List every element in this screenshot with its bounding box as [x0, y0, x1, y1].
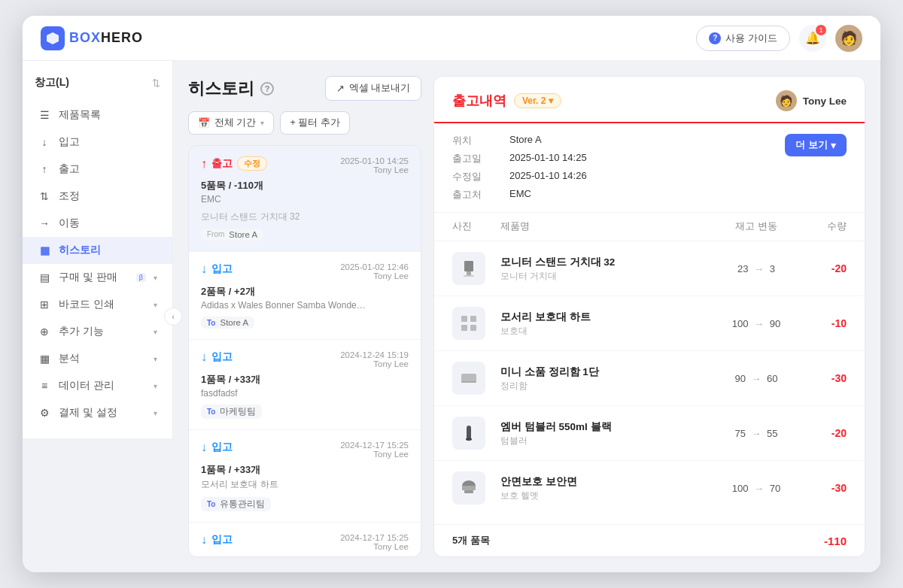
name-2: Adidas x Wales Bonner Samba Wonder Clay … [201, 300, 366, 311]
product-img-3 [452, 362, 485, 395]
svg-rect-4 [461, 316, 467, 322]
sidebar-item-sales[interactable]: ▤ 구매 및 판매 β ▾ [23, 264, 172, 291]
sidebar-item-outbound[interactable]: ↑ 출고 [23, 156, 172, 183]
sidebar-item-history[interactable]: ▦ 히스토리 [23, 237, 172, 264]
sidebar-item-barcode[interactable]: ⊞ 바코드 인쇄 ▾ [23, 291, 172, 318]
period-filter-button[interactable]: 📅 전체 기간 ▾ [188, 111, 274, 135]
qty-2: -10 [801, 317, 847, 329]
detail-table: 모니터 스탠드 거치대 32 모니터 거치대 23 → 3 -20 [434, 241, 865, 524]
export-button[interactable]: ↗ 엑셀 내보내기 [325, 76, 421, 101]
detail-user-avatar: 🧑 [776, 90, 797, 111]
chevron-down-icon-version: ▾ [549, 95, 553, 106]
svg-rect-13 [462, 486, 476, 490]
history-item-4[interactable]: ↓ 입고 2024-12-17 15:25 Tony Lee 1품목 / +33… [189, 430, 421, 523]
svg-rect-5 [470, 316, 476, 322]
version-badge[interactable]: Ver. 2 ▾ [514, 93, 561, 108]
sidebar-header: 창고(L) ⇅ [23, 73, 172, 102]
sales-icon: ▤ [38, 271, 51, 283]
chevron-down-icon-6: ▾ [154, 409, 157, 417]
chevron-icon: ▾ [260, 119, 264, 127]
more-button[interactable]: 더 보기 ▾ [785, 134, 847, 156]
qty-4: -20 [801, 427, 847, 439]
content: 히스토리 ? ↗ 엑셀 내보내기 📅 전체 기간 ▾ [173, 61, 880, 572]
summary-2: 2품목 / +2개 [201, 285, 409, 299]
inbound-icon: ↓ [38, 136, 51, 148]
stock-change-4: 75 → 55 [711, 428, 801, 439]
svg-rect-9 [461, 381, 476, 383]
svg-point-11 [466, 438, 472, 441]
sidebar-item-settings[interactable]: ⚙ 결제 및 설정 ▾ [23, 399, 172, 426]
history-list: ↑ 출고 수정 2025-01-10 14:25 Tony Lee 5품목 / … [188, 145, 421, 557]
table-row-2: 모서리 보호대 하트 보호대 100 → 90 -10 [434, 296, 865, 351]
out-date-label: 출고일 [452, 152, 497, 165]
notification-button[interactable]: 🔔 1 [799, 25, 826, 52]
data-icon: ≡ [38, 380, 51, 392]
data-label: 데이터 관리 [59, 379, 146, 393]
warehouse-value: EMC [509, 188, 785, 202]
outbound-label: 출고 [59, 162, 157, 176]
table-row-1: 모니터 스탠드 거치대 32 모니터 거치대 23 → 3 -20 [434, 241, 865, 296]
product-preview-1: 모니터 스탠드 거치대 32 [201, 211, 409, 223]
qty-5: -30 [801, 482, 847, 494]
product-info-5: 안면보호 보안면 보호 헬멧 [500, 475, 711, 502]
sidebar-item-move[interactable]: → 이동 [23, 210, 172, 237]
in-icon-3: ↓ [201, 350, 207, 364]
sidebar-item-data[interactable]: ≡ 데이터 관리 ▾ [23, 372, 172, 399]
guide-button[interactable]: ? 사용 가이드 [696, 26, 790, 51]
sort-icon[interactable]: ⇅ [152, 77, 160, 89]
type-label-4: 입고 [211, 441, 233, 454]
summary-5: 1품목 / +33개 [201, 556, 409, 557]
product-img-4 [452, 417, 485, 450]
date-4: 2024-12-17 15:25 Tony Lee [340, 441, 409, 459]
date-3: 2024-12-24 15:19 Tony Lee [340, 350, 409, 368]
logo[interactable]: BOXHERO [41, 26, 143, 50]
name-4: 모서리 보호대 하트 [201, 478, 366, 491]
tag-2: To Store A [201, 317, 254, 329]
svg-rect-10 [467, 426, 471, 439]
in-icon-5: ↓ [201, 533, 207, 547]
footer-count: 5개 품목 [452, 534, 490, 547]
export-icon: ↗ [336, 83, 345, 94]
sidebar-item-inbound[interactable]: ↓ 입고 [23, 129, 172, 156]
add-filter-button[interactable]: + 필터 추가 [280, 111, 349, 135]
logo-text: BOXHERO [69, 30, 143, 46]
history-item-1[interactable]: ↑ 출고 수정 2025-01-10 14:25 Tony Lee 5품목 / … [189, 146, 421, 252]
history-item-5[interactable]: ↓ 입고 2024-12-17 15:25 Tony Lee 1품목 / +33… [189, 523, 421, 557]
history-item-2[interactable]: ↓ 입고 2025-01-02 12:46 Tony Lee 2품목 / +2개… [189, 252, 421, 341]
avatar[interactable]: 🧑 [835, 25, 862, 52]
detail-title: 출고내역 Ver. 2 ▾ [452, 92, 561, 110]
svg-marker-0 [47, 32, 59, 44]
sidebar-item-analytics[interactable]: ▦ 분석 ▾ [23, 345, 172, 372]
detail-header: 출고내역 Ver. 2 ▾ 🧑 Tony Lee [434, 77, 865, 123]
history-icon: ▦ [38, 244, 51, 256]
location-label: 위치 [452, 134, 497, 147]
sidebar-collapse-button[interactable]: ‹ [164, 308, 182, 326]
history-item-3[interactable]: ↓ 입고 2024-12-24 15:19 Tony Lee 1품목 / +33… [189, 340, 421, 430]
svg-rect-7 [470, 325, 476, 331]
col-name: 제품명 [500, 220, 711, 233]
svg-rect-1 [464, 261, 473, 271]
topbar-right: ? 사용 가이드 🔔 1 🧑 [696, 25, 862, 52]
sidebar-item-adjust[interactable]: ⇅ 조정 [23, 183, 172, 210]
barcode-label: 바코드 인쇄 [59, 298, 146, 311]
product-info-2: 모서리 보호대 하트 보호대 [500, 311, 711, 337]
warehouse-label: 창고(L) [35, 76, 69, 89]
table-row-4: 엠버 텀블러 550ml 블랙 텀블러 75 → 55 -20 [434, 406, 865, 461]
help-icon[interactable]: ? [260, 82, 274, 95]
history-list-panel: 히스토리 ? ↗ 엑셀 내보내기 📅 전체 기간 ▾ [188, 76, 421, 557]
warehouse-label: 출고처 [452, 188, 497, 202]
stock-change-3: 90 → 60 [711, 373, 801, 384]
topbar: BOXHERO ? 사용 가이드 🔔 1 🧑 [23, 16, 880, 61]
products-label: 제품목록 [59, 108, 157, 122]
name-3: fasdfadsf [201, 388, 366, 399]
name-1: EMC [201, 194, 366, 205]
products-icon: ☰ [38, 109, 51, 121]
date-1: 2025-01-10 14:25 Tony Lee [340, 156, 409, 174]
product-info-4: 엠버 텀블러 550ml 블랙 텀블러 [500, 420, 711, 447]
sidebar-item-products[interactable]: ☰ 제품목록 [23, 102, 172, 129]
table-row-3: 미니 소품 정리함 1단 정리함 90 → 60 -30 [434, 351, 865, 406]
settings-label: 결제 및 설정 [59, 406, 146, 420]
sidebar-item-extra[interactable]: ⊕ 추가 기능 ▾ [23, 318, 172, 345]
svg-rect-14 [464, 490, 473, 493]
move-icon: → [38, 217, 51, 229]
